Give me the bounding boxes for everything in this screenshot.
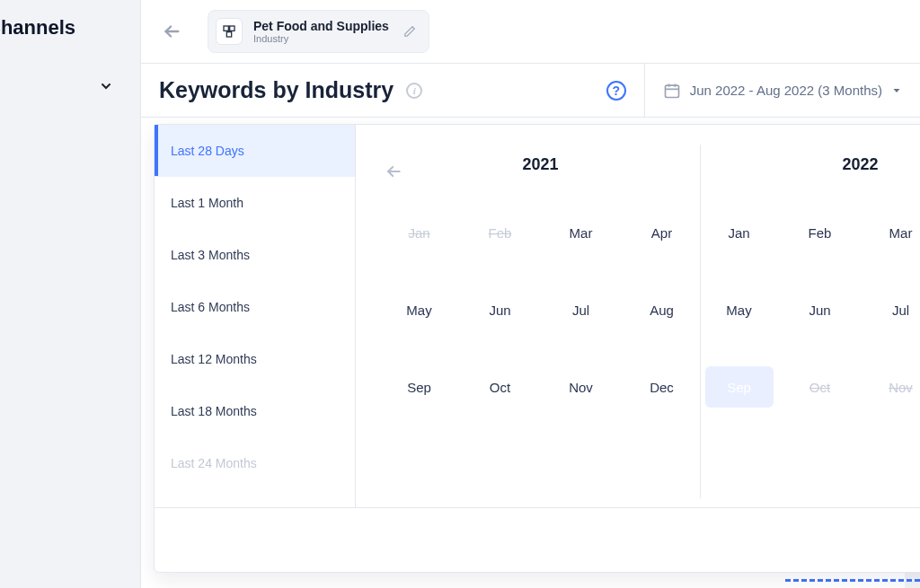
month-cell[interactable]: May bbox=[385, 289, 454, 330]
preset-option[interactable]: Last 6 Months bbox=[155, 281, 355, 333]
chip-subtitle: Industry bbox=[253, 33, 389, 45]
sidebar-sub-item[interactable]: at bbox=[0, 506, 140, 521]
chip-name: Pet Food and Supplies bbox=[253, 19, 389, 33]
month-cell[interactable]: Jun bbox=[466, 289, 535, 330]
industry-filter-chip[interactable]: Pet Food and Supplies Industry bbox=[208, 10, 429, 53]
month-cell[interactable]: May bbox=[705, 289, 774, 330]
month-grid: JanFebMarAprMayJunJulAugSepOctNovDec bbox=[385, 212, 696, 408]
month-cell[interactable]: Sep bbox=[705, 366, 774, 408]
sidebar-sub-item[interactable]: or bbox=[0, 131, 140, 145]
calendar-icon bbox=[663, 82, 681, 100]
back-button[interactable] bbox=[159, 19, 184, 44]
year-label: 2021 bbox=[522, 155, 558, 174]
sidebar-sub-item[interactable]: c bbox=[0, 451, 140, 465]
sidebar-sub-items: oreeabyyscat bbox=[0, 131, 140, 521]
chevron-down-icon bbox=[891, 85, 902, 96]
left-sidebar: on Channels oreeabyyscat bbox=[0, 0, 141, 588]
prev-year-button[interactable] bbox=[381, 159, 406, 184]
year-label: 2022 bbox=[842, 155, 878, 174]
preset-option[interactable]: Last 1 Month bbox=[155, 177, 355, 229]
preset-list: Last 28 DaysLast 1 MonthLast 3 MonthsLas… bbox=[155, 125, 356, 507]
svg-rect-1 bbox=[224, 26, 228, 31]
month-cell: Jan bbox=[385, 212, 454, 253]
svg-rect-4 bbox=[665, 85, 678, 97]
industry-icon bbox=[216, 18, 243, 45]
year-column: 2021JanFebMarAprMayJunJulAugSepOctNovDec bbox=[381, 145, 700, 498]
month-cell[interactable]: Dec bbox=[628, 366, 696, 408]
page-header: Keywords by Industry i ? Jun 2022 - Aug … bbox=[141, 64, 920, 118]
topbar: Pet Food and Supplies Industry bbox=[141, 0, 920, 64]
month-cell[interactable]: Nov bbox=[547, 366, 615, 408]
preset-option[interactable]: Last 28 Days bbox=[155, 125, 355, 177]
dashed-border bbox=[785, 579, 920, 588]
chevron-down-icon[interactable] bbox=[99, 79, 113, 93]
info-icon[interactable]: i bbox=[406, 83, 422, 99]
calendar-panels: 2021JanFebMarAprMayJunJulAugSepOctNovDec… bbox=[356, 125, 920, 507]
sidebar-sub-item[interactable]: ys bbox=[0, 395, 140, 409]
pencil-icon[interactable] bbox=[403, 25, 416, 38]
preset-option[interactable]: Last 3 Months bbox=[155, 229, 355, 281]
month-cell: Oct bbox=[786, 366, 854, 408]
month-cell[interactable]: Jul bbox=[547, 289, 615, 330]
preset-option: Last 24 Months bbox=[155, 437, 355, 489]
svg-marker-8 bbox=[894, 89, 900, 92]
month-cell: Feb bbox=[466, 212, 535, 253]
month-cell[interactable]: Jul bbox=[867, 289, 921, 330]
month-cell[interactable]: Apr bbox=[628, 212, 696, 253]
month-grid: JanFebMarAprMayJunJulAugSepOctNovDec bbox=[705, 212, 921, 408]
sidebar-section-title: on Channels bbox=[0, 0, 140, 39]
month-cell[interactable]: Jan bbox=[705, 212, 774, 253]
date-range-label: Jun 2022 - Aug 2022 (3 Months) bbox=[690, 83, 882, 98]
month-cell[interactable]: Feb bbox=[786, 212, 854, 253]
year-column: 2022JanFebMarAprMayJunJulAugSepOctNovDec bbox=[700, 145, 920, 498]
month-cell[interactable]: Mar bbox=[867, 212, 921, 253]
help-icon[interactable]: ? bbox=[606, 81, 626, 101]
month-cell[interactable]: Jun bbox=[786, 289, 854, 330]
picker-footer: Apply bbox=[155, 507, 920, 572]
date-range-picker: Last 28 DaysLast 1 MonthLast 3 MonthsLas… bbox=[154, 124, 920, 573]
main-region: Pet Food and Supplies Industry Keywords … bbox=[141, 0, 920, 588]
svg-rect-2 bbox=[230, 26, 234, 31]
page-title: Keywords by Industry bbox=[159, 77, 394, 103]
month-cell: Nov bbox=[867, 366, 921, 408]
sidebar-sub-item[interactable]: by bbox=[0, 339, 140, 354]
month-cell[interactable]: Aug bbox=[628, 289, 696, 330]
month-cell[interactable]: Oct bbox=[466, 366, 535, 408]
sidebar-sub-item[interactable]: ea bbox=[0, 284, 140, 298]
preset-option[interactable]: Last 12 Months bbox=[155, 333, 355, 385]
month-cell[interactable]: Sep bbox=[385, 366, 454, 408]
svg-rect-3 bbox=[226, 32, 231, 37]
month-cell[interactable]: Mar bbox=[547, 212, 615, 253]
preset-option[interactable]: Last 18 Months bbox=[155, 385, 355, 437]
sidebar-sub-item[interactable]: e bbox=[0, 228, 140, 242]
date-range-selector[interactable]: Jun 2022 - Aug 2022 (3 Months) bbox=[644, 64, 902, 118]
